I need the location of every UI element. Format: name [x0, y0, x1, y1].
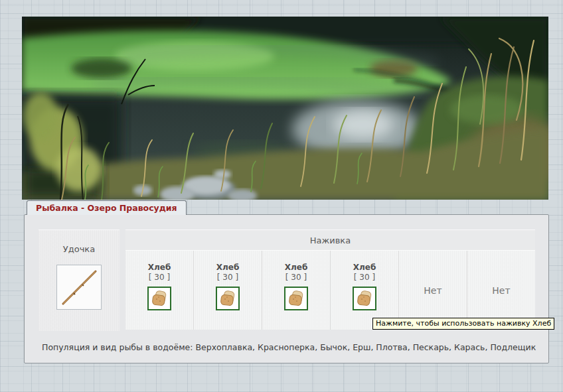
lake-photo-art	[22, 17, 548, 200]
rod-header-label: Удочка	[39, 244, 120, 254]
bait-header-label: Наживка	[125, 229, 535, 251]
fishing-rod-icon[interactable]	[56, 265, 102, 310]
bait-name: Хлеб	[194, 263, 262, 272]
bait-name: Хлеб	[262, 263, 330, 272]
bread-icon[interactable]	[216, 287, 240, 310]
fish-population-text: Популяция и вид рыбы в водоёме: Верхопла…	[42, 342, 536, 352]
lake-photo	[22, 17, 548, 200]
bait-slot-2: Хлеб [ 30 ]	[193, 251, 262, 330]
bait-name: Хлеб	[125, 263, 193, 272]
bait-count: [ 30 ]	[262, 273, 330, 282]
bait-slot-3: Хлеб [ 30 ]	[262, 251, 330, 330]
bait-name: Хлеб	[331, 263, 398, 272]
fishing-panel: Удочка Наживка Хлеб [ 30 ]	[24, 214, 549, 363]
bait-section: Наживка Хлеб [ 30 ] Хлеб [ 30 ]	[125, 229, 535, 330]
bait-tooltip: Нажмите, чтобы использовать наживку Хлеб	[372, 318, 554, 330]
fishing-rod-art	[57, 265, 101, 309]
bread-icon[interactable]	[284, 287, 308, 310]
bait-count: [ 30 ]	[331, 273, 398, 282]
bait-count: [ 30 ]	[125, 273, 193, 282]
bread-icon[interactable]	[353, 287, 376, 310]
rod-section: Удочка	[39, 229, 120, 331]
bait-slot-1: Хлеб [ 30 ]	[125, 251, 193, 330]
bait-count: [ 30 ]	[194, 273, 262, 282]
tab-fishing-location[interactable]: Рыбалка - Озеро Правосудия	[27, 200, 187, 215]
page-background: { "tab": { "label": "Рыбалка - Озеро Пра…	[0, 0, 563, 392]
bread-icon[interactable]	[147, 287, 171, 310]
